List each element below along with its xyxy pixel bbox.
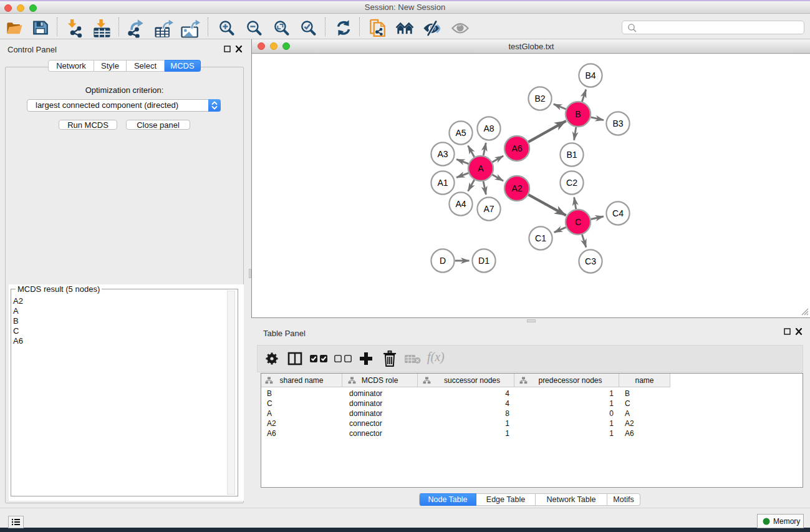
svg-text:C3: C3 [585, 256, 596, 266]
svg-text:B2: B2 [534, 94, 545, 104]
svg-text:A4: A4 [455, 199, 466, 209]
svg-text:B1: B1 [566, 150, 577, 160]
svg-text:B3: B3 [612, 118, 623, 128]
svg-text:A5: A5 [455, 128, 466, 138]
svg-text:C2: C2 [566, 178, 577, 188]
svg-text:C1: C1 [535, 233, 546, 243]
svg-text:C: C [575, 217, 581, 227]
svg-text:A: A [478, 163, 484, 173]
svg-text:D1: D1 [478, 256, 489, 266]
svg-text:A2: A2 [511, 183, 522, 193]
svg-text:A1: A1 [437, 178, 448, 188]
svg-text:D: D [440, 256, 446, 266]
svg-text:A3: A3 [437, 149, 448, 159]
svg-text:A6: A6 [511, 143, 522, 153]
svg-text:B: B [575, 109, 581, 119]
svg-text:C4: C4 [612, 208, 624, 218]
svg-text:A7: A7 [483, 204, 494, 214]
svg-text:A8: A8 [483, 123, 494, 133]
svg-text:B4: B4 [585, 70, 595, 80]
